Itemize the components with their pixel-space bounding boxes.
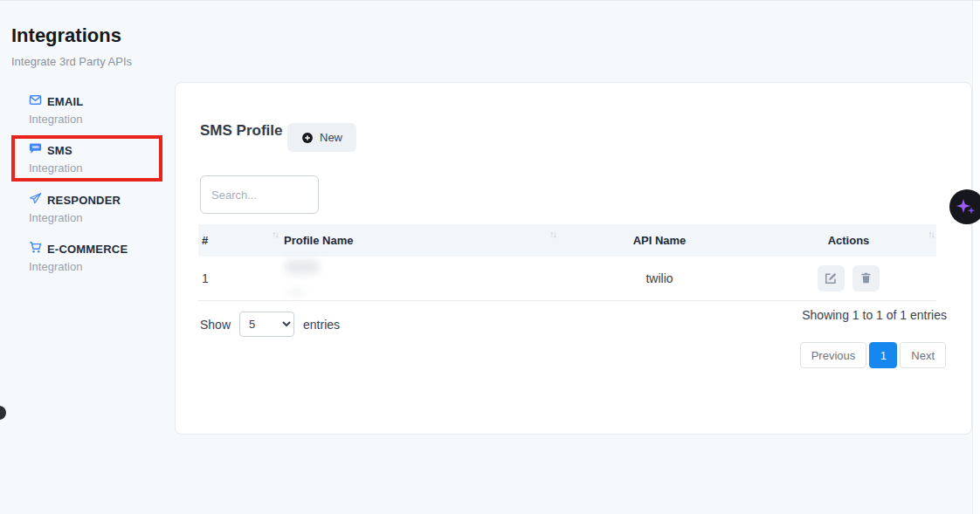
svg-text:SMS: SMS — [31, 146, 39, 149]
length-menu-suffix: entries — [303, 318, 340, 332]
sidebar-item-responder[interactable]: RESPONDER Integration — [29, 192, 169, 224]
sidebar-item-sublabel: Integration — [29, 211, 169, 224]
next-page-button[interactable]: Next — [900, 342, 946, 368]
table-header-row: # ↑↓ Profile Name ↑↓ API Name Actions ↑↓ — [198, 224, 936, 257]
redacted-blur — [287, 290, 305, 295]
sidebar-item-sublabel: Integration — [29, 161, 169, 175]
length-menu-prefix: Show — [200, 318, 231, 332]
search-input[interactable] — [200, 175, 319, 214]
cell-index: 1 — [198, 257, 280, 300]
edit-button[interactable] — [818, 265, 845, 291]
paper-plane-icon — [29, 192, 42, 209]
sms-profile-panel: SMS Profile New # ↑↓ Profile Name ↑↓ — [175, 82, 972, 435]
cell-actions — [761, 257, 936, 300]
envelope-icon — [29, 93, 42, 110]
sidebar-item-sublabel: Integration — [29, 260, 169, 273]
page-title: Integrations — [11, 24, 121, 47]
sidebar-item-ecommerce[interactable]: E-COMMERCE Integration — [29, 241, 169, 273]
cell-profile-name-redacted — [280, 257, 558, 300]
sidebar-item-label: EMAIL — [47, 95, 83, 108]
page-subtitle: Integrate 3rd Party APIs — [11, 55, 132, 68]
plus-circle-icon — [301, 132, 314, 144]
entries-per-page-select[interactable]: 5 — [239, 312, 294, 337]
sms-profile-table: # ↑↓ Profile Name ↑↓ API Name Actions ↑↓ — [198, 224, 936, 301]
panel-heading: SMS Profile — [200, 122, 282, 140]
previous-page-button[interactable]: Previous — [800, 342, 867, 368]
sidebar-item-label: E-COMMERCE — [47, 243, 128, 256]
column-header-api-name[interactable]: API Name — [558, 224, 761, 257]
edge-widget-handle[interactable] — [0, 406, 6, 420]
column-header-profile-name[interactable]: Profile Name ↑↓ — [280, 224, 558, 257]
sort-icon: ↑↓ — [549, 229, 556, 239]
sms-bubble-icon: SMS — [29, 142, 42, 159]
sidebar-item-label: RESPONDER — [47, 194, 121, 207]
length-menu: Show 5 entries — [200, 312, 340, 337]
column-header-index[interactable]: # ↑↓ — [198, 224, 280, 257]
integrations-page: Integrations Integrate 3rd Party APIs EM… — [0, 0, 980, 514]
cell-api-name: twilio — [558, 257, 761, 300]
table-row: 1 twilio — [198, 257, 936, 300]
scrollbar-track[interactable] — [972, 1, 980, 514]
edit-pencil-icon — [824, 271, 838, 285]
new-button-label: New — [320, 131, 342, 144]
redacted-blur — [286, 260, 319, 274]
sort-icon: ↑↓ — [272, 229, 278, 239]
pagination: Previous 1 Next — [800, 342, 946, 368]
table-info-text: Showing 1 to 1 of 1 entries — [802, 308, 947, 322]
delete-button[interactable] — [852, 265, 880, 291]
new-profile-button[interactable]: New — [287, 123, 356, 152]
shopping-cart-icon — [29, 241, 42, 257]
sidebar-item-sublabel: Integration — [29, 113, 169, 126]
page-number-button[interactable]: 1 — [869, 342, 897, 368]
ai-assistant-button[interactable] — [949, 189, 980, 224]
trash-icon — [859, 271, 873, 284]
sidebar-item-label: SMS — [47, 144, 72, 157]
sort-icon: ↑↓ — [928, 229, 934, 239]
sidebar-item-sms[interactable]: SMS SMS Integration — [29, 142, 169, 175]
column-header-actions[interactable]: Actions ↑↓ — [761, 224, 936, 257]
sidebar-item-email[interactable]: EMAIL Integration — [29, 93, 169, 126]
